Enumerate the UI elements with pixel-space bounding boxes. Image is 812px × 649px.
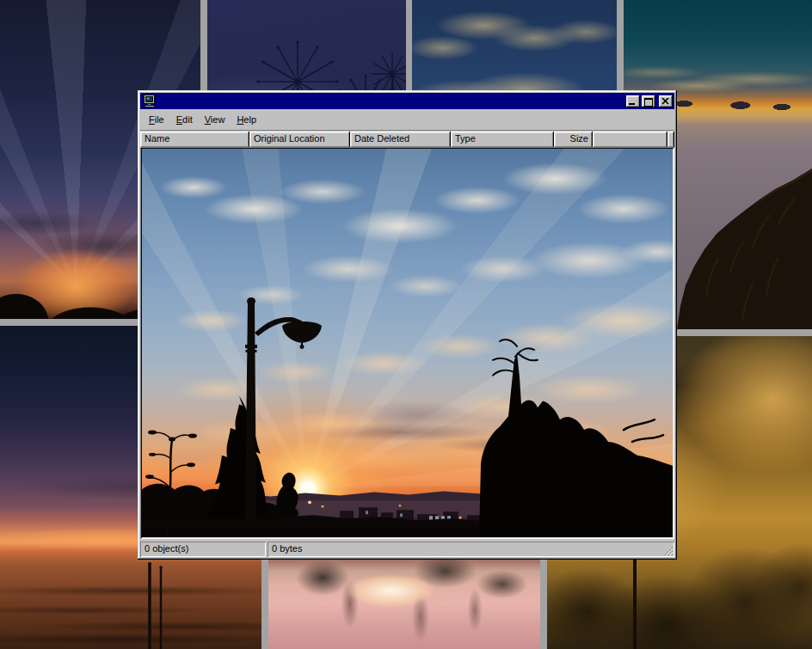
column-header-blank[interactable] xyxy=(593,132,667,148)
resize-grip[interactable] xyxy=(662,545,674,556)
sunset-photo xyxy=(142,149,673,537)
column-header-filler xyxy=(667,132,674,148)
column-header-date-deleted[interactable]: Date Deleted xyxy=(350,132,451,148)
menu-item-file[interactable]: File xyxy=(144,113,169,126)
minimize-icon xyxy=(629,103,635,105)
desktop: FileEditViewHelp NameOriginal LocationDa… xyxy=(0,0,812,649)
maximize-button[interactable] xyxy=(642,95,655,107)
menu-item-edit[interactable]: Edit xyxy=(171,113,198,126)
column-header-size[interactable]: Size xyxy=(554,132,593,148)
status-object-count: 0 object(s) xyxy=(140,542,266,557)
column-header-row: NameOriginal LocationDate DeletedTypeSiz… xyxy=(140,130,674,148)
menu-bar: FileEditViewHelp xyxy=(140,110,674,128)
close-icon xyxy=(661,98,669,105)
status-bar: 0 object(s) 0 bytes xyxy=(140,542,674,557)
menu-item-help[interactable]: Help xyxy=(231,113,261,126)
maximize-icon xyxy=(644,98,653,107)
column-header-type[interactable]: Type xyxy=(451,132,554,148)
column-header-original-location[interactable]: Original Location xyxy=(249,132,350,148)
cypress-tree-silhouette xyxy=(206,395,273,518)
file-list-area[interactable] xyxy=(140,147,674,539)
minimize-button[interactable] xyxy=(626,95,640,107)
menu-item-view[interactable]: View xyxy=(200,113,231,126)
column-header-name[interactable]: Name xyxy=(140,132,249,148)
computer-icon xyxy=(143,95,157,107)
photo-silhouettes xyxy=(142,149,673,537)
recycle-bin-window: FileEditViewHelp NameOriginal LocationDa… xyxy=(138,90,677,560)
title-bar[interactable] xyxy=(140,93,674,109)
right-trees-silhouette xyxy=(479,353,673,537)
close-button[interactable] xyxy=(659,95,673,107)
status-size: 0 bytes xyxy=(268,542,674,557)
